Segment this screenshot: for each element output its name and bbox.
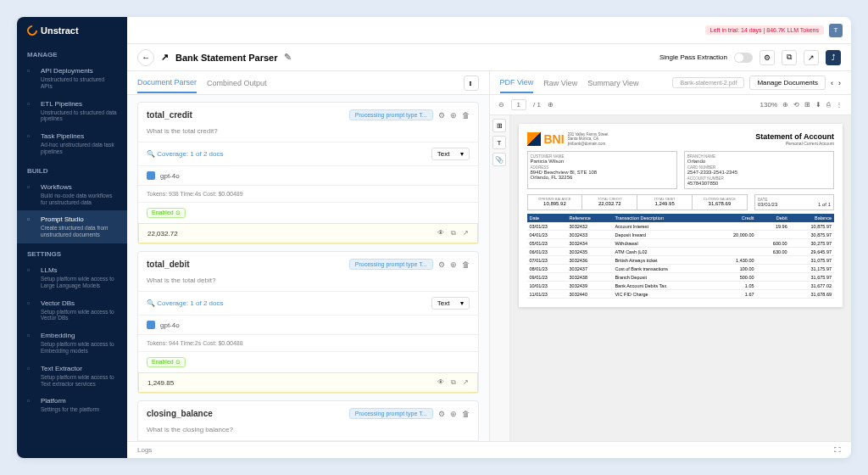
expand-icon[interactable]: ⛶ bbox=[834, 446, 841, 454]
enabled-badge: Enabled ⊙ bbox=[147, 357, 186, 367]
right-tabs: PDF View Raw View Summary View Bank-stat… bbox=[490, 71, 852, 95]
rotate-icon[interactable]: ⟲ bbox=[793, 101, 799, 109]
manage-documents-button[interactable]: Manage Documents bbox=[749, 75, 826, 90]
prompt-card-closing_balance: closing_balanceProcessing prompt type T.… bbox=[137, 400, 479, 441]
sidebar-item-vector-dbs[interactable]: ▫Vector DBsSetup platform wide access to… bbox=[17, 294, 127, 327]
edit-icon[interactable]: ✎ bbox=[284, 52, 292, 63]
type-select[interactable]: Text ▾ bbox=[431, 297, 470, 310]
grid-icon[interactable]: ⊞ bbox=[492, 119, 506, 132]
page-title: Bank Statement Parser bbox=[175, 53, 277, 63]
document-select[interactable]: Bank-statement-2.pdf bbox=[672, 77, 744, 88]
sidebar-item-task-pipelines[interactable]: ▫Task PipelinesAd-hoc unstructured data … bbox=[17, 127, 127, 160]
share-icon[interactable]: ↗ bbox=[161, 52, 169, 63]
trial-badge: Left in trial: 14 days | 846.7K LLM Toke… bbox=[705, 25, 824, 35]
pdf-viewer[interactable]: BNI 231 Valley Farms Street Santa Monica… bbox=[510, 115, 852, 441]
sidebar-item-platform[interactable]: ▫PlatformSettings for the platform bbox=[17, 392, 127, 418]
more-icon[interactable]: ⊕ bbox=[450, 260, 457, 269]
more-icon[interactable]: ⊕ bbox=[450, 111, 457, 120]
text-icon[interactable]: T bbox=[492, 136, 506, 149]
export-button[interactable]: ⤴ bbox=[826, 50, 841, 65]
sidebar-item-text-extractor[interactable]: ▫Text ExtractorSetup platform wide acces… bbox=[17, 360, 127, 393]
tab-combined-output[interactable]: Combined Output bbox=[207, 74, 267, 92]
attach-icon[interactable]: 📎 bbox=[492, 153, 506, 166]
type-select[interactable]: Text ▾ bbox=[431, 148, 470, 160]
pdf-toolbar: ⊖ 1 / 1 ⊕ 130% ⊕ ⟲ ⊞ ⬇ ⎙ ⋮ bbox=[490, 95, 852, 115]
page-input[interactable]: 1 bbox=[511, 99, 526, 110]
zoom-in-icon[interactable]: ⊕ bbox=[548, 101, 554, 109]
footer: Logs ⛶ bbox=[127, 441, 851, 458]
delete-icon[interactable]: 🗑 bbox=[462, 260, 470, 269]
delete-icon[interactable]: 🗑 bbox=[462, 111, 470, 120]
status-badge: Processing prompt type T... bbox=[349, 259, 433, 270]
status-badge: Processing prompt type T... bbox=[349, 109, 433, 120]
download-icon[interactable]: ⬇ bbox=[815, 101, 821, 109]
gear-icon[interactable]: ⚙ bbox=[760, 50, 775, 65]
titlebar: ← ↗ Bank Statement Parser ✎ Single Pass … bbox=[127, 44, 851, 71]
share-icon[interactable]: ↗ bbox=[804, 50, 819, 65]
model-icon bbox=[147, 321, 155, 329]
prompt-question: What is the closing balance? bbox=[138, 426, 478, 440]
gear-icon[interactable]: ⚙ bbox=[438, 260, 445, 269]
chevron-right-icon[interactable]: › bbox=[838, 79, 841, 87]
eye-icon[interactable]: 👁 bbox=[437, 229, 444, 238]
sidebar-item-api-deployments[interactable]: ▫API DeploymentsUnstructured to structur… bbox=[17, 62, 127, 95]
expand-icon[interactable]: ↗ bbox=[463, 378, 469, 387]
sidebar-item-embedding[interactable]: ▫EmbeddingSetup platform wide access to … bbox=[17, 327, 127, 360]
nav-icon: ▫ bbox=[27, 332, 36, 340]
coverage-link[interactable]: 🔍 Coverage: 1 of 2 docs bbox=[147, 150, 224, 158]
back-button[interactable]: ← bbox=[137, 49, 154, 66]
copy-icon[interactable]: ⧉ bbox=[782, 50, 797, 65]
annotation-tools: ⊞ T 📎 bbox=[490, 115, 510, 441]
eye-icon[interactable]: 👁 bbox=[437, 378, 444, 387]
enabled-badge: Enabled ⊙ bbox=[147, 208, 186, 218]
zoom-out-icon[interactable]: ⊖ bbox=[498, 101, 504, 109]
more-icon[interactable]: ⊕ bbox=[450, 410, 457, 418]
prompt-card-total_debit: total_debitProcessing prompt type T...⚙⊕… bbox=[137, 251, 479, 394]
tab-summary-view[interactable]: Summary View bbox=[587, 74, 638, 92]
nav-icon: ▫ bbox=[27, 365, 36, 373]
single-pass-toggle[interactable] bbox=[734, 53, 753, 63]
nav-icon: ▫ bbox=[27, 100, 36, 109]
sidebar-item-llms[interactable]: ▫LLMsSetup platform wide access to Large… bbox=[17, 261, 127, 294]
gear-icon[interactable]: ⚙ bbox=[438, 111, 445, 120]
prompt-question: What is the total debit? bbox=[138, 277, 478, 291]
tab-pdf-view[interactable]: PDF View bbox=[500, 73, 534, 93]
tab-raw-view[interactable]: Raw View bbox=[543, 74, 577, 92]
gear-icon[interactable]: ⚙ bbox=[438, 410, 445, 418]
single-pass-label: Single Pass Extraction bbox=[659, 53, 727, 61]
zoom-icon[interactable]: ⊕ bbox=[782, 101, 788, 109]
tab-document-parser[interactable]: Document Parser bbox=[137, 73, 197, 93]
nav-icon: ▫ bbox=[27, 215, 36, 224]
model-icon bbox=[147, 171, 155, 180]
nav-icon: ▫ bbox=[27, 299, 36, 308]
copy-icon[interactable]: ⧉ bbox=[451, 378, 456, 387]
stats: Tokens: 938 Time:4s Cost: $0.00489 bbox=[147, 191, 243, 197]
brand-logo: Unstract bbox=[17, 17, 127, 44]
sidebar-item-prompt-studio[interactable]: ▫Prompt StudioCreate structured data fro… bbox=[17, 210, 127, 243]
avatar[interactable]: T bbox=[829, 24, 843, 37]
chart-icon[interactable]: ⫾ bbox=[464, 75, 479, 91]
pdf-page: BNI 231 Valley Farms Street Santa Monica… bbox=[519, 124, 843, 307]
sidebar-item-workflows[interactable]: ▫WorkflowsBuild no-code data workflows f… bbox=[17, 178, 127, 211]
chevron-left-icon[interactable]: ‹ bbox=[831, 79, 833, 87]
copy-icon[interactable]: ⧉ bbox=[451, 229, 456, 238]
logo-icon bbox=[25, 24, 40, 38]
expand-icon[interactable]: ↗ bbox=[463, 229, 469, 238]
sidebar: Unstract MANAGE▫API DeploymentsUnstructu… bbox=[17, 17, 127, 458]
more-icon[interactable]: ⋮ bbox=[836, 101, 843, 109]
coverage-link[interactable]: 🔍 Coverage: 1 of 2 docs bbox=[147, 299, 224, 307]
left-tabs: Document Parser Combined Output ⫾ bbox=[127, 71, 489, 95]
prompt-name: total_credit bbox=[147, 110, 192, 120]
result-value: 1,249.85 bbox=[147, 379, 174, 387]
nav-icon: ▫ bbox=[27, 183, 36, 192]
prompt-card-total_credit: total_creditProcessing prompt type T...⚙… bbox=[137, 102, 479, 244]
delete-icon[interactable]: 🗑 bbox=[462, 410, 470, 418]
fit-icon[interactable]: ⊞ bbox=[804, 101, 810, 109]
bank-logo-icon bbox=[527, 132, 541, 146]
print-icon[interactable]: ⎙ bbox=[826, 101, 831, 109]
nav-icon: ▫ bbox=[27, 132, 36, 141]
topbar: Left in trial: 14 days | 846.7K LLM Toke… bbox=[127, 17, 851, 44]
sidebar-item-etl-pipelines[interactable]: ▫ETL PipelinesUnstructured to structured… bbox=[17, 95, 127, 128]
prompt-name: closing_balance bbox=[147, 409, 213, 418]
nav-icon: ▫ bbox=[27, 266, 36, 275]
